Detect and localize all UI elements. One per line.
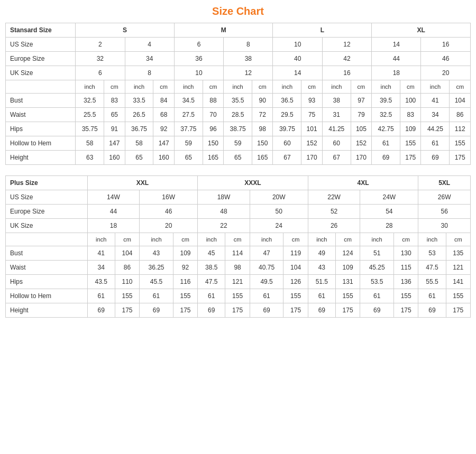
uk-size-8: 8 bbox=[125, 66, 174, 80]
hips-6: 38.75 bbox=[224, 122, 252, 136]
unit-4: inch bbox=[174, 80, 203, 94]
plus-waist-label: Waist bbox=[6, 261, 88, 275]
us-size-14: 14 bbox=[372, 38, 421, 52]
unit-13: cm bbox=[400, 80, 421, 94]
plus-bust-label: Bust bbox=[6, 246, 88, 261]
standard-europe-size-row: Europe Size 32 34 36 38 40 42 44 46 bbox=[6, 52, 471, 66]
plus-unit-4: inch bbox=[198, 233, 225, 246]
plus-unit-0: inch bbox=[87, 233, 115, 246]
hips-15: 112 bbox=[450, 122, 471, 136]
plus-hollow-7: 155 bbox=[283, 289, 308, 303]
hips-13: 109 bbox=[400, 122, 421, 136]
waist-12: 32.5 bbox=[372, 108, 400, 122]
plus-height-1: 175 bbox=[115, 303, 139, 318]
plus-height-0: 69 bbox=[87, 303, 115, 318]
plus-waist-6: 40.75 bbox=[250, 261, 283, 275]
hollow-4: 59 bbox=[174, 136, 203, 151]
bust-8: 36.5 bbox=[273, 94, 301, 108]
height-8: 67 bbox=[273, 151, 301, 165]
plus-waist-4: 38.5 bbox=[198, 261, 225, 275]
unit-9: cm bbox=[301, 80, 322, 94]
plus-bust-3: 109 bbox=[173, 246, 197, 261]
plus-bust-4: 45 bbox=[198, 246, 225, 261]
plus-hollow-0: 61 bbox=[87, 289, 115, 303]
standard-size-table-wrap: Stansard Size S M L XL US Size 2 4 6 8 1… bbox=[5, 23, 471, 165]
europe-size-40: 40 bbox=[273, 52, 322, 66]
size-s-header: S bbox=[76, 23, 175, 38]
bust-11: 97 bbox=[351, 94, 371, 108]
waist-9: 75 bbox=[301, 108, 322, 122]
plus-europe-46: 46 bbox=[140, 205, 198, 219]
plus-bust-13: 135 bbox=[446, 246, 471, 261]
hips-9: 101 bbox=[301, 122, 322, 136]
bust-2: 33.5 bbox=[125, 94, 153, 108]
size-l-header: L bbox=[273, 23, 372, 38]
standard-height-row: Height 63 160 65 160 65 165 65 165 67 17… bbox=[6, 151, 471, 165]
plus-hollow-1: 155 bbox=[115, 289, 139, 303]
plus-waist-row: Waist 34 86 36.25 92 38.5 98 40.75 104 4… bbox=[6, 261, 471, 275]
plus-bust-11: 130 bbox=[393, 246, 418, 261]
plus-unit-row: inch cm inch cm inch cm inch cm inch cm … bbox=[6, 233, 471, 246]
plus-us-20w: 20W bbox=[250, 190, 308, 205]
plus-hips-11: 136 bbox=[393, 275, 418, 289]
plus-bust-2: 43 bbox=[140, 246, 173, 261]
hollow-0: 58 bbox=[76, 136, 104, 151]
plus-waist-7: 104 bbox=[283, 261, 308, 275]
height-5: 165 bbox=[203, 151, 223, 165]
hips-0: 35.75 bbox=[76, 122, 104, 136]
standard-size-table: Stansard Size S M L XL US Size 2 4 6 8 1… bbox=[5, 23, 471, 165]
waist-8: 29.5 bbox=[273, 108, 301, 122]
plus-us-size-label: US Size bbox=[6, 190, 88, 205]
us-size-16: 16 bbox=[421, 38, 471, 52]
bust-1: 83 bbox=[104, 94, 125, 108]
uk-size-18: 18 bbox=[372, 66, 421, 80]
unit-11: cm bbox=[351, 80, 371, 94]
hollow-14: 61 bbox=[421, 136, 450, 151]
plus-hips-5: 121 bbox=[225, 275, 250, 289]
waist-3: 68 bbox=[153, 108, 174, 122]
europe-size-32: 32 bbox=[76, 52, 125, 66]
hips-label: Hips bbox=[6, 122, 76, 136]
height-9: 170 bbox=[301, 151, 322, 165]
plus-unit-13: cm bbox=[446, 233, 471, 246]
plus-hips-3: 116 bbox=[173, 275, 197, 289]
height-15: 175 bbox=[450, 151, 471, 165]
plus-us-size-row: US Size 14W 16W 18W 20W 22W 24W 26W bbox=[6, 190, 471, 205]
uk-size-16: 16 bbox=[322, 66, 371, 80]
plus-hips-1: 110 bbox=[115, 275, 139, 289]
plus-waist-3: 92 bbox=[173, 261, 197, 275]
plus-us-18w: 18W bbox=[198, 190, 250, 205]
plus-hollow-6: 61 bbox=[250, 289, 283, 303]
plus-unit-2: inch bbox=[140, 233, 173, 246]
plus-uk-26: 26 bbox=[308, 219, 360, 233]
plus-hips-4: 47.5 bbox=[198, 275, 225, 289]
uk-size-12: 12 bbox=[224, 66, 273, 80]
plus-waist-0: 34 bbox=[87, 261, 115, 275]
uk-size-20: 20 bbox=[421, 66, 471, 80]
page-title: Size Chart bbox=[5, 5, 471, 17]
hollow-to-hem-label: Hollow to Hem bbox=[6, 136, 76, 151]
europe-size-label: Europe Size bbox=[6, 52, 76, 66]
waist-0: 25.5 bbox=[76, 108, 104, 122]
waist-7: 72 bbox=[252, 108, 273, 122]
plus-unit-8: inch bbox=[308, 233, 335, 246]
waist-6: 28.5 bbox=[224, 108, 252, 122]
plus-uk-size-row: UK Size 18 20 22 24 26 28 30 bbox=[6, 219, 471, 233]
hips-4: 37.75 bbox=[174, 122, 203, 136]
waist-14: 34 bbox=[421, 108, 450, 122]
plus-waist-2: 36.25 bbox=[140, 261, 173, 275]
waist-5: 70 bbox=[203, 108, 223, 122]
plus-us-22w: 22W bbox=[308, 190, 360, 205]
plus-hips-row: Hips 43.5 110 45.5 116 47.5 121 49.5 126… bbox=[6, 275, 471, 289]
plus-bust-0: 41 bbox=[87, 246, 115, 261]
plus-bust-7: 119 bbox=[283, 246, 308, 261]
plus-hollow-13: 155 bbox=[446, 289, 471, 303]
height-2: 65 bbox=[125, 151, 153, 165]
plus-bust-1: 104 bbox=[115, 246, 139, 261]
hips-2: 36.75 bbox=[125, 122, 153, 136]
plus-height-5: 175 bbox=[225, 303, 250, 318]
plus-hips-9: 131 bbox=[335, 275, 360, 289]
plus-uk-18: 18 bbox=[87, 219, 140, 233]
plus-height-3: 175 bbox=[173, 303, 197, 318]
plus-unit-7: cm bbox=[283, 233, 308, 246]
